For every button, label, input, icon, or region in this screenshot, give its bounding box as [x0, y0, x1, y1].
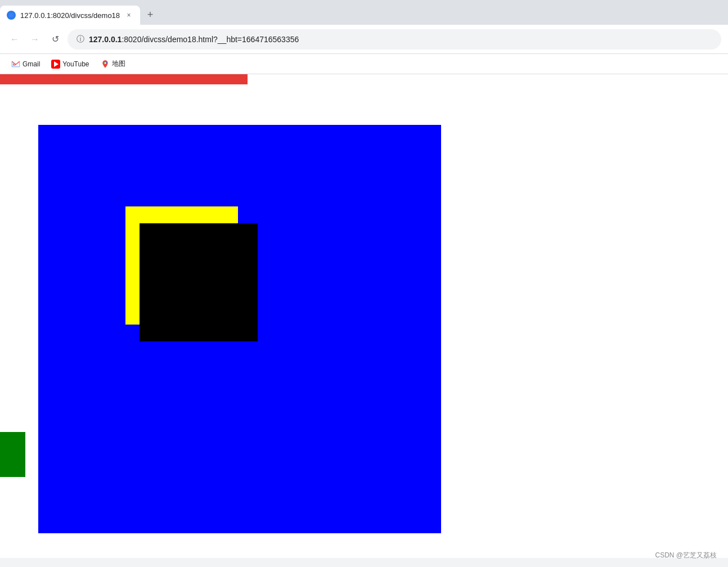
bookmark-gmail[interactable]: M Gmail [7, 57, 44, 71]
url-bold: 127.0.0.1 [89, 35, 122, 44]
url-rest: :8020/divcss/demo18.html?__hbt=166471656… [122, 35, 299, 44]
red-bar [0, 74, 248, 84]
bookmarks-bar: M Gmail YouTube 地图 [0, 54, 728, 74]
security-icon: ⓘ [77, 34, 84, 44]
svg-text:M: M [13, 62, 16, 66]
browser-tab[interactable]: 127.0.0.1:8020/divcss/demo18 × [0, 6, 140, 25]
youtube-icon [51, 60, 60, 69]
gmail-icon: M [11, 60, 20, 69]
address-field[interactable]: ⓘ 127.0.0.1:8020/divcss/demo18.html?__hb… [68, 29, 721, 50]
tab-close-button[interactable]: × [124, 11, 133, 20]
maps-label: 地图 [112, 59, 125, 69]
tab-favicon [7, 11, 16, 20]
maps-icon [101, 60, 110, 69]
address-bar-row: ← → ↺ ⓘ 127.0.0.1:8020/divcss/demo18.htm… [0, 25, 728, 54]
page-content [0, 74, 728, 558]
new-tab-button[interactable]: + [142, 7, 158, 22]
tab-title: 127.0.0.1:8020/divcss/demo18 [20, 11, 120, 20]
watermark: CSDN @艺芝又荔枝 [655, 551, 717, 560]
url-display: 127.0.0.1:8020/divcss/demo18.html?__hbt=… [89, 35, 299, 44]
youtube-label: YouTube [62, 60, 89, 68]
tab-bar: 127.0.0.1:8020/divcss/demo18 × + [0, 0, 728, 25]
reload-button[interactable]: ↺ [47, 32, 63, 47]
back-button[interactable]: ← [7, 32, 23, 47]
green-box [0, 432, 25, 477]
black-box [140, 223, 258, 341]
bookmark-youtube[interactable]: YouTube [47, 57, 93, 71]
gmail-label: Gmail [23, 60, 40, 68]
bookmark-maps[interactable]: 地图 [96, 57, 130, 71]
blue-box [38, 125, 441, 533]
forward-button[interactable]: → [27, 32, 43, 47]
browser-chrome: 127.0.0.1:8020/divcss/demo18 × + ← → ↺ ⓘ… [0, 0, 728, 74]
